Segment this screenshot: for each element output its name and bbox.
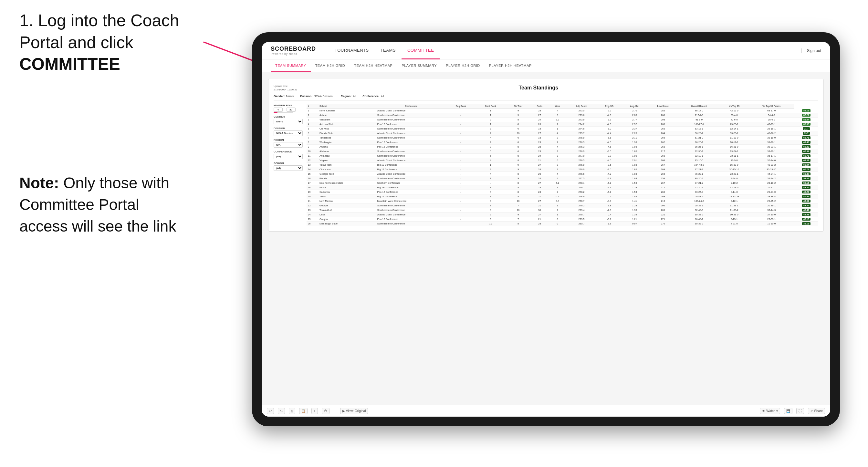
table-row: 24DukeAtlantic Coast Conference-59271279… (307, 213, 818, 217)
table-cell: Big 12 Conference (376, 167, 446, 172)
table-row: 20TexasBig 12 Conference-38270.7278.9-0.… (307, 194, 818, 199)
table-cell: Pac-12 Conference (376, 217, 446, 222)
points-cell: 58.02 (794, 176, 818, 181)
undo-btn[interactable]: ↩ (267, 408, 274, 414)
table-cell: Oregon (318, 217, 376, 222)
points-cell: 60.94 (794, 149, 818, 154)
table-cell: 262 (647, 127, 678, 131)
standings-table: # School Conference Reg Rank Conf Rank N… (307, 104, 818, 226)
table-cell: 18-12-1 (720, 140, 749, 145)
add-btn[interactable]: + (311, 408, 318, 414)
table-row: 12VirginiaAtlantic Coast Conference-4821… (307, 158, 818, 163)
table-cell: 264 (647, 131, 678, 136)
sign-out-button[interactable]: Sign out (802, 49, 821, 53)
table-cell: 9 (506, 163, 530, 167)
clock-btn[interactable]: ⏱ (322, 408, 330, 414)
table-cell: 7 (506, 204, 530, 208)
share-btn[interactable]: ↗ Share (808, 408, 825, 414)
subnav-team-h2h-heatmap[interactable]: TEAM H2H HEATMAP (349, 59, 397, 72)
table-cell: 21 (530, 158, 549, 163)
subnav-player-h2h-grid[interactable]: PLAYER H2H GRID (441, 59, 485, 72)
table-cell: 15-32-0 (720, 163, 749, 167)
table-cell: 3 (549, 149, 566, 154)
nav-tournaments[interactable]: TOURNAMENTS (329, 42, 375, 59)
table-cell: 17-33-38 (720, 194, 749, 199)
table-cell: 4 (475, 190, 506, 194)
table-cell: 66-40-1 (678, 217, 720, 222)
watch-btn[interactable]: 👁 Watch ▾ (760, 408, 780, 414)
table-row: 18IllinoisBig Ten Conference-18231279.1-… (307, 185, 818, 190)
nav-committee[interactable]: COMMITTEE (402, 42, 440, 59)
table-cell: 275.9 (566, 136, 597, 140)
conference-select[interactable]: (All) (274, 154, 303, 159)
standings-tbody: 1North CarolinaAtlantic Coast Conference… (307, 108, 818, 226)
table-cell: - (446, 194, 475, 199)
table-cell: 33-29-1 (749, 149, 794, 154)
table-cell: - (446, 122, 475, 127)
subnav-player-summary[interactable]: PLAYER SUMMARY (397, 59, 441, 72)
table-cell: 2.11 (622, 136, 647, 140)
table-cell: 9 (475, 199, 506, 204)
note-label: Note: (20, 175, 59, 191)
table-cell: 265 (647, 122, 678, 127)
table-row: 19CaliforniaPac-12 Conference-48242278.2… (307, 190, 818, 194)
table-cell: 61-21-0 (678, 136, 720, 140)
table-cell: 4 (475, 158, 506, 163)
school-side-label: School (274, 162, 303, 165)
table-cell: 2.88 (622, 113, 647, 118)
view-original-btn[interactable]: ▶ View: Original (340, 408, 368, 414)
table-cell: Georgia (318, 204, 376, 208)
region-select[interactable]: N/A (274, 142, 303, 148)
table-cell: 273.9 (566, 118, 597, 122)
table-cell: 10 (307, 149, 318, 154)
table-cell: 282 (647, 108, 678, 113)
logo-area: SCOREBOARD Powered by clippd (271, 45, 316, 56)
table-cell: 265 (647, 172, 678, 176)
points-cell: 60.71 (794, 154, 818, 158)
nav-teams[interactable]: TEAMS (375, 42, 402, 59)
points-cell: 86.64 (794, 118, 818, 122)
table-cell: Oklahoma (318, 167, 376, 172)
table-cell: 33-44-3 (749, 208, 794, 213)
school-select[interactable]: (All) (274, 165, 303, 171)
table-cell: - (446, 167, 475, 172)
table-cell: 20-39-1 (749, 204, 794, 208)
division-select[interactable]: NCAA Division I (274, 130, 303, 136)
table-cell: 2 (307, 113, 318, 118)
paste-btn[interactable]: 📋 (299, 408, 308, 414)
table-cell: 2 (549, 136, 566, 140)
slider-track[interactable] (274, 112, 293, 113)
fullscreen-btn[interactable]: ⛶ (796, 408, 804, 414)
gender-side-label: Gender (274, 115, 303, 118)
gender-select[interactable]: Men's (274, 119, 303, 124)
table-cell: Florida State (318, 131, 376, 136)
min-rounds-input-1[interactable] (274, 107, 283, 112)
table-cell: 29-15-1 (749, 127, 794, 131)
min-rounds-input-2[interactable] (286, 107, 296, 112)
subnav-player-h2h-heatmap[interactable]: PLAYER H2H HEATMAP (485, 59, 536, 72)
table-cell: 23-23-1 (720, 172, 749, 176)
table-cell: 4-21-0 (720, 222, 749, 226)
standings-panel: Update time: 27/03/2024 16:56:26 Team St… (268, 79, 824, 231)
table-cell: 1 (549, 127, 566, 131)
save-btn[interactable]: 💾 (784, 408, 793, 414)
th-avg-sg: Avg. SG (597, 104, 622, 108)
copy-btn[interactable]: ⎘ (289, 408, 295, 414)
subnav-team-h2h-grid[interactable]: TEAM H2H GRID (311, 59, 350, 72)
table-cell: 2.52 (622, 122, 647, 127)
table-cell: 1.28 (622, 185, 647, 190)
table-cell: 279.1 (566, 185, 597, 190)
table-cell: 24 (307, 213, 318, 217)
table-cell: 9 (307, 145, 318, 149)
table-cell: 36-17-1 (749, 154, 794, 158)
redo-btn[interactable]: ↪ (278, 408, 285, 414)
table-cell: - (446, 154, 475, 158)
min-rounds-group: Minimum Rou... – (274, 104, 303, 113)
table-cell: 39-23-1 (749, 145, 794, 149)
table-cell: Big 12 Conference (376, 194, 446, 199)
table-cell: 0 (549, 217, 566, 222)
subnav-team-summary[interactable]: TEAM SUMMARY (271, 59, 311, 72)
table-cell: 83-15-0 (678, 158, 720, 163)
region-filter-display: Region: All (341, 95, 356, 98)
table-row: 15Georgia TechAtlantic Coast Conference-… (307, 172, 818, 176)
